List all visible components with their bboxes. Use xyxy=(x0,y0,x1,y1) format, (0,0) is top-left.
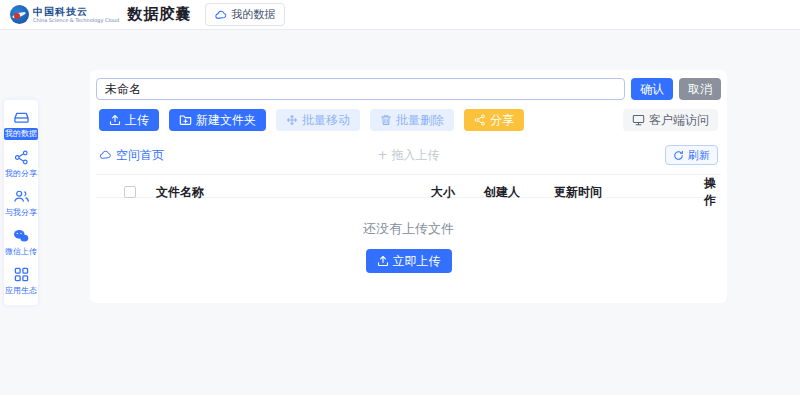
upload-now-button[interactable]: 立即上传 xyxy=(366,249,452,273)
column-header-name: 文件名称 xyxy=(156,184,431,201)
cloud-icon xyxy=(99,149,112,161)
sidebar-item-my-shares[interactable]: 我的分享 xyxy=(4,147,38,183)
new-folder-button-label: 新建文件夹 xyxy=(196,112,256,129)
upload-icon xyxy=(109,114,121,126)
refresh-button[interactable]: 刷新 xyxy=(665,145,718,165)
breadcrumb-home-label: 空间首页 xyxy=(116,147,164,164)
page-title: 数据胶囊 xyxy=(127,5,191,24)
column-header-updated: 更新时间 xyxy=(554,184,704,201)
main-content-card: 确认 取消 上传 xyxy=(90,70,727,303)
refresh-button-label: 刷新 xyxy=(688,148,710,163)
share-button[interactable]: 分享 xyxy=(464,109,524,131)
globe-logo-icon xyxy=(10,5,29,24)
batch-delete-button-label: 批量删除 xyxy=(396,112,444,129)
upload-now-button-label: 立即上传 xyxy=(393,253,441,270)
upload-button-label: 上传 xyxy=(125,112,149,129)
share-icon xyxy=(14,150,29,165)
sidebar-item-label: 与我分享 xyxy=(4,207,38,219)
people-icon xyxy=(13,189,30,204)
sidebar-item-label: 应用生态 xyxy=(4,285,38,297)
brand-logo: 中国科技云 China Science & Technology Cloud xyxy=(10,5,119,24)
sidebar-item-wechat-upload[interactable]: 微信上传 xyxy=(4,226,38,261)
confirm-button[interactable]: 确认 xyxy=(631,78,673,100)
batch-move-button[interactable]: 批量移动 xyxy=(276,109,360,131)
move-icon xyxy=(286,114,298,126)
empty-state-message: 还没有上传文件 xyxy=(363,220,454,238)
brand-name: 中国科技云 xyxy=(33,7,119,17)
brand-subtitle: China Science & Technology Cloud xyxy=(33,18,119,23)
upload-button[interactable]: 上传 xyxy=(99,109,159,131)
file-table-header: 文件名称 大小 创建人 更新时间 操作 xyxy=(96,174,721,198)
my-data-button[interactable]: 我的数据 xyxy=(205,3,285,26)
upload-icon xyxy=(377,255,389,267)
sidebar-item-label: 我的分享 xyxy=(4,168,38,180)
apps-grid-icon xyxy=(14,267,29,282)
select-all-checkbox-cell xyxy=(124,186,156,198)
empty-state: 还没有上传文件 立即上传 xyxy=(96,220,721,273)
drop-upload-hint: + 拖入上传 xyxy=(377,147,439,164)
drop-upload-hint-label: 拖入上传 xyxy=(392,147,440,164)
select-all-checkbox[interactable] xyxy=(124,186,136,198)
client-access-button[interactable]: 客户端访问 xyxy=(623,109,718,131)
sidebar-item-label: 微信上传 xyxy=(4,246,38,258)
monitor-icon xyxy=(632,114,645,126)
sidebar-item-label: 我的数据 xyxy=(4,128,38,140)
folder-plus-icon xyxy=(179,114,192,126)
cloud-icon xyxy=(215,9,227,21)
file-toolbar: 上传 新建文件夹 xyxy=(96,109,721,131)
refresh-icon xyxy=(673,150,684,161)
my-data-button-label: 我的数据 xyxy=(231,7,275,22)
sidebar-item-app-ecosystem[interactable]: 应用生态 xyxy=(4,264,38,300)
column-header-actions: 操作 xyxy=(704,175,728,209)
top-header: 中国科技云 China Science & Technology Cloud 数… xyxy=(0,0,800,30)
batch-delete-button[interactable]: 批量删除 xyxy=(370,109,454,131)
workspace: 我的数据 我的分享 与 xyxy=(0,30,800,395)
sidebar-item-shared-with-me[interactable]: 与我分享 xyxy=(4,186,38,222)
left-sidebar: 我的数据 我的分享 与 xyxy=(4,100,38,305)
breadcrumb-bar: 空间首页 + 拖入上传 刷新 xyxy=(96,144,721,166)
trash-icon xyxy=(380,114,392,126)
breadcrumb-home[interactable]: 空间首页 xyxy=(99,147,164,164)
batch-move-button-label: 批量移动 xyxy=(302,112,350,129)
column-header-creator: 创建人 xyxy=(484,184,554,201)
plus-icon: + xyxy=(377,148,387,162)
share-nodes-icon xyxy=(474,114,486,126)
cancel-button[interactable]: 取消 xyxy=(679,78,721,100)
rename-bar: 确认 取消 xyxy=(96,78,721,100)
new-folder-button[interactable]: 新建文件夹 xyxy=(169,109,266,131)
share-button-label: 分享 xyxy=(490,112,514,129)
column-header-size: 大小 xyxy=(431,184,484,201)
client-access-button-label: 客户端访问 xyxy=(649,112,709,129)
app-window: 中国科技云 China Science & Technology Cloud 数… xyxy=(0,0,800,403)
cloud-drive-icon xyxy=(13,110,30,125)
wechat-icon xyxy=(13,229,29,243)
sidebar-item-my-data[interactable]: 我的数据 xyxy=(4,107,38,143)
filename-input[interactable] xyxy=(96,78,625,100)
